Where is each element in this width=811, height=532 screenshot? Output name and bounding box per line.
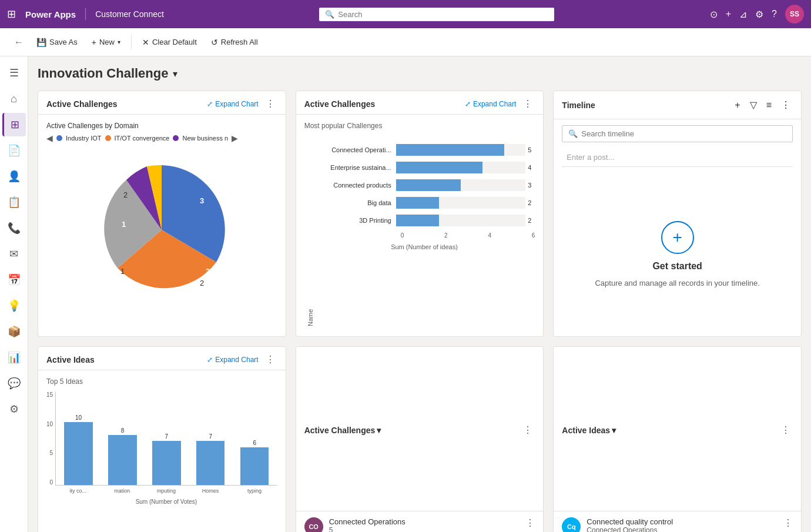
y-tick-5: 5 [50,450,53,456]
challenges-list-scroll[interactable]: CO Connected Operations 5 3/12/2018 ⋮ Es… [296,511,544,532]
hbar-row: Connected products3 [314,179,535,191]
sidebar-contacts[interactable]: 📋 [2,190,26,214]
content-area: Innovation Challenge ▾ Active Challenges… [28,56,811,532]
bar-city-co [64,422,92,485]
challenge-content-1: Connected Operations 5 3/12/2018 [329,517,520,532]
hbar-value: 4 [528,164,535,171]
sidebar-settings[interactable]: ⚙ [2,397,26,421]
hbar-value: 3 [528,182,535,189]
active-ideas-bar-card: Active Ideas ⤢ Expand Chart ⋮ Top 5 Idea… [38,346,286,532]
legend-label-1: Industry IOT [66,135,102,142]
ideas-bar-body: Top 5 Ideas 15 10 5 0 10 [38,370,286,512]
app-environment: Customer Connect [95,9,164,19]
hbar-fill [396,162,482,173]
sidebar-dashboard[interactable]: ⊞ [2,113,26,136]
timeline-plus-icon[interactable]: + [661,221,694,254]
hbar-row: Enterprise sustaina...4 [314,162,535,173]
y-tick-10: 10 [46,421,53,427]
idea-avatar-1: Cq [562,517,581,532]
active-ideas-list-card: Active Ideas ▾ ⋮ Cq Connected quality co… [553,346,802,532]
sidebar-reports[interactable]: 📊 [2,346,26,369]
sidebar-calendar[interactable]: 📅 [2,268,26,292]
challenge-more-1[interactable]: ⋮ [525,517,535,528]
timeline-list-button[interactable]: ≡ [764,99,774,112]
bar-more-button[interactable]: ⋮ [521,98,535,109]
sidebar-person[interactable]: 👤 [2,165,26,188]
timeline-add-button[interactable]: + [732,99,742,112]
page-title: Innovation Challenge [38,66,168,81]
filter-icon[interactable]: ⊿ [739,9,747,20]
sidebar-pages[interactable]: 📄 [2,139,26,162]
clear-default-button[interactable]: ✕ Clear Default [136,34,203,51]
svg-text:1: 1 [122,220,126,229]
new-button[interactable]: + New ▾ [86,34,126,51]
refresh-all-button[interactable]: ↺ Refresh All [205,34,264,51]
plus-icon[interactable]: + [726,9,731,19]
challenges-list-dropdown[interactable]: Active Challenges ▾ [304,426,381,435]
user-avatar[interactable]: SS [785,5,804,24]
page-title-dropdown-icon[interactable]: ▾ [173,68,177,79]
search-bar[interactable]: 🔍 [319,8,554,21]
ideas-list-more-button[interactable]: ⋮ [779,424,793,436]
hbar-label: Enterprise sustaina... [314,164,396,171]
search-input[interactable] [338,10,548,19]
legend-dot-1 [56,135,62,141]
ideas-list-scroll[interactable]: Cq Connected quality control Connected O… [554,511,801,532]
timeline-filter-button[interactable]: ▽ [748,98,759,112]
sidebar-menu[interactable]: ☰ [2,61,26,85]
page-title-row: Innovation Challenge ▾ [38,66,802,81]
bar-expand-button[interactable]: ⤢ Expand Chart [465,100,516,108]
ideas-bar-more-button[interactable]: ⋮ [263,354,277,365]
idea-item-1: Cq Connected quality control Connected O… [554,511,801,532]
pie-expand-button[interactable]: ⤢ Expand Chart [207,100,258,108]
pie-card-body: Active Challenges by Domain ◀ Industry I… [38,115,286,319]
waffle-icon[interactable]: ⊞ [7,8,16,21]
timeline-more-button[interactable]: ⋮ [779,98,793,112]
hbar-value: 5 [528,146,535,153]
settings-icon[interactable]: ⚙ [755,9,763,20]
vlabel-2: mation [102,488,142,494]
left-sidebar: ☰ ⌂ ⊞ 📄 👤 📋 📞 ✉ 📅 💡 📦 📊 💬 ⚙ [0,56,28,532]
top-navigation: ⊞ Power Apps Customer Connect 🔍 ⊙ + ⊿ ⚙ … [0,0,811,28]
hbar-row: Connected Operati...5 [314,144,535,156]
sidebar-chat[interactable]: 💬 [2,372,26,395]
ideas-list-dropdown[interactable]: Active Ideas ▾ [562,426,616,435]
timeline-search-bar[interactable]: 🔍 [562,125,793,142]
pie-next-button[interactable]: ▶ [232,133,238,143]
hbar-row: Big data2 [314,197,535,209]
sidebar-ideas[interactable]: 💡 [2,294,26,317]
vbar-labels: ity co... mation mputing Homes typing [55,488,277,494]
pie-prev-button[interactable]: ◀ [46,133,53,143]
back-button[interactable]: ← [9,35,28,50]
hbar-label: Connected Operati... [314,146,396,153]
bar-card-header: Active Challenges ⤢ Expand Chart ⋮ [296,91,544,115]
hbar-track [396,215,526,226]
challenges-list-more-button[interactable]: ⋮ [521,424,535,436]
bar-card-body: Most popular Challenges Name Connected O… [296,115,544,333]
legend-label-2: IT/OT convergence [115,135,170,142]
idea-name-1: Connected quality control [587,517,778,526]
legend-dot-3 [173,135,179,141]
timeline-search-input[interactable] [581,129,786,138]
vbar-3: 7 [146,433,187,485]
hbar-track [396,162,526,173]
refresh-icon: ↺ [211,38,218,47]
active-challenges-list-card: Active Challenges ▾ ⋮ CO Connected Opera… [296,346,544,532]
legend-label-3: New business n [182,135,228,142]
ideas-dropdown-icon: ▾ [612,426,616,435]
timeline-post-area[interactable]: Enter a post... [562,148,793,167]
new-dropdown-icon: ▾ [118,39,120,45]
help-icon[interactable]: ? [772,9,777,19]
vbar-area: 10 8 7 [55,392,277,505]
save-as-button[interactable]: 💾 Save As [31,34,83,51]
sidebar-home[interactable]: ⌂ [2,87,26,111]
target-icon[interactable]: ⊙ [710,9,718,20]
sidebar-packages[interactable]: 📦 [2,320,26,343]
challenge-item-1: CO Connected Operations 5 3/12/2018 ⋮ [296,511,544,532]
idea-more-1[interactable]: ⋮ [783,517,793,528]
pie-more-button[interactable]: ⋮ [263,98,277,109]
ideas-bar-expand-button[interactable]: ⤢ Expand Chart [207,356,258,364]
sidebar-phone[interactable]: 📞 [2,216,26,240]
sidebar-mail[interactable]: ✉ [2,242,26,266]
vbar-chart-container: 15 10 5 0 10 [46,392,277,505]
